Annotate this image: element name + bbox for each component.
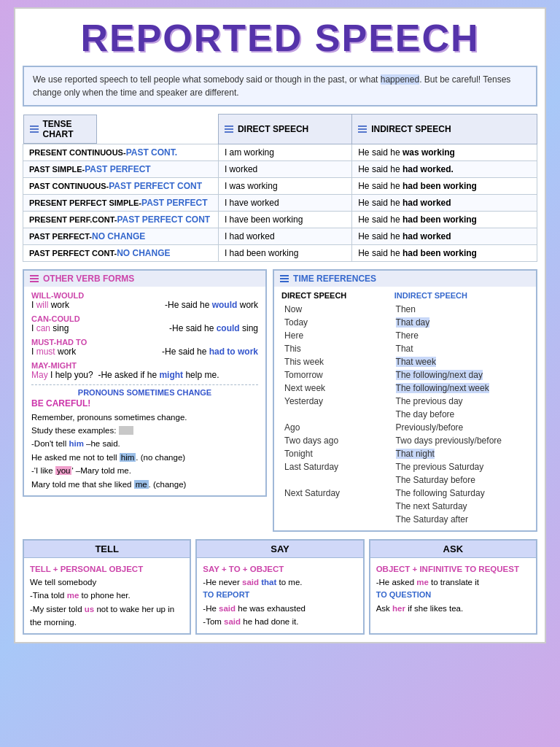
lines-icon-2: [225, 125, 233, 133]
intro-box: We use reported speech to tell people wh…: [23, 66, 537, 107]
tell-example2: -My sister told us not to wake her up in…: [30, 603, 184, 630]
may-might-example: May I help you? -He asked if he might he…: [31, 370, 258, 380]
bottom-row: TELL TELL + PERSONAL OBJECT We tell some…: [23, 539, 537, 635]
say-card: SAY SAY + TO + OBJECT -He never said tha…: [195, 539, 364, 635]
table-row: Next weekThe following/next week: [281, 382, 529, 395]
table-row: YesterdayThe previous day: [281, 395, 529, 408]
can-could-label: CAN-COULD: [31, 314, 258, 323]
ds-col-header: DIRECT SPEECH: [281, 291, 392, 300]
table-row: TodayThat day: [281, 316, 529, 329]
ask-example2: Ask her if she likes tea.: [376, 602, 530, 615]
table-row: PAST CONTINUOUS-PAST PERFECT CONT I was …: [23, 177, 537, 194]
say-header: SAY: [197, 541, 362, 558]
tell-content: TELL + PERSONAL OBJECT We tell somebody …: [24, 558, 190, 634]
can-could-group: CAN-COULD I can sing -He said he could s…: [31, 314, 258, 333]
must-had-to-label: MUST-HAD TO: [31, 338, 258, 347]
table-row: TonightThat night: [281, 447, 529, 460]
table-row: Two days agoTwo days previously/before: [281, 434, 529, 447]
say-content: SAY + TO + OBJECT -He never said that to…: [197, 558, 362, 633]
may-might-group: MAY-MIGHT May I help you? -He asked if h…: [31, 361, 258, 380]
indirect-speech-header: INDIRECT SPEECH: [371, 124, 451, 134]
ask-example1: -He asked me to translate it: [376, 576, 530, 589]
tell-line1: We tell somebody: [30, 576, 184, 589]
direct-speech-header: DIRECT SPEECH: [238, 124, 308, 134]
ask-subheader1: OBJECT + INFINITIVE TO REQUEST: [376, 562, 530, 576]
time-references-title: TIME REFERENCES: [293, 274, 376, 284]
other-verb-forms-header: OTHER VERB FORMS: [24, 271, 265, 287]
ask-card: ASK OBJECT + INFINITIVE TO REQUEST -He a…: [369, 539, 537, 635]
tense-table: TENSE CHART DIRECT SPEECH: [23, 114, 537, 262]
careful-line-2: Study these examples:: [31, 424, 258, 437]
table-row: The Saturday before: [281, 473, 529, 487]
lines-icon-3: [358, 125, 367, 133]
ask-header: ASK: [370, 541, 536, 558]
right-column: TIME REFERENCES DIRECT SPEECH INDIRECT S…: [273, 269, 537, 532]
table-row: PAST PERFECT-NO CHANGE I had worked He s…: [23, 228, 537, 244]
other-verb-forms-title: OTHER VERB FORMS: [43, 274, 134, 284]
will-would-label: WILL-WOULD: [31, 291, 258, 300]
say-subheader2: TO REPORT: [203, 589, 357, 602]
table-row: PRESENT PERFECT SIMPLE-PAST PERFECT I ha…: [23, 194, 537, 211]
careful-label: BE CAREFUL!: [31, 397, 258, 411]
table-row: The Saturday after: [281, 513, 529, 526]
must-had-to-example: I must work -He said he had to work: [31, 347, 258, 357]
will-would-example: I will work -He said he would work: [31, 300, 258, 310]
intro-text: We use reported speech to tell people wh…: [33, 74, 510, 98]
page-title: REPORTED SPEECH: [23, 16, 537, 60]
time-table: NowThen TodayThat day HereThere ThisThat…: [281, 303, 529, 526]
table-row: The day before: [281, 408, 529, 421]
ask-subheader2: TO QUESTION: [376, 589, 530, 602]
table-row: AgoPreviously/before: [281, 421, 529, 434]
can-could-example: I can sing -He said he could sing: [31, 323, 258, 333]
left-column: OTHER VERB FORMS WILL-WOULD I will work …: [23, 269, 267, 532]
table-row: Next SaturdayThe following Saturday: [281, 487, 529, 500]
will-would-group: WILL-WOULD I will work -He said he would…: [31, 291, 258, 310]
may-might-label: MAY-MIGHT: [31, 361, 258, 370]
lines-icon: [30, 125, 39, 133]
time-references-header: TIME REFERENCES: [274, 271, 536, 287]
table-row: PAST PERFECT CONT-NO CHANGE I had been w…: [23, 244, 537, 261]
other-verb-forms-box: OTHER VERB FORMS WILL-WOULD I will work …: [23, 269, 267, 498]
must-had-to-group: MUST-HAD TO I must work -He said he had …: [31, 338, 258, 357]
table-row: This weekThat week: [281, 355, 529, 368]
lines-icon-4: [30, 275, 39, 282]
table-row: Last SaturdayThe previous Saturday: [281, 460, 529, 473]
bottom-section: OTHER VERB FORMS WILL-WOULD I will work …: [23, 269, 537, 532]
tell-example1: -Tina told me to phone her.: [30, 589, 184, 602]
tell-header: TELL: [24, 541, 190, 558]
careful-line-6: Mary told me that she liked me. (change): [31, 478, 258, 491]
page: REPORTED SPEECH We use reported speech t…: [14, 7, 546, 643]
table-row: PRESENT PERF.CONT-PAST PERFECT CONT I ha…: [23, 211, 537, 228]
time-references-content: DIRECT SPEECH INDIRECT SPEECH NowThen To…: [274, 287, 536, 530]
say-subheader1: SAY + TO + OBJECT: [203, 562, 357, 576]
tense-chart-header: TENSE CHART: [43, 119, 91, 139]
tell-card: TELL TELL + PERSONAL OBJECT We tell some…: [23, 539, 191, 635]
table-row: TomorrowThe following/next day: [281, 368, 529, 382]
say-example3: -Tom said he had done it.: [203, 615, 357, 628]
ask-content: OBJECT + INFINITIVE TO REQUEST -He asked…: [370, 558, 536, 620]
careful-line-4: He asked me not to tell him. (no change): [31, 451, 258, 464]
table-row: HereThere: [281, 329, 529, 342]
time-references-box: TIME REFERENCES DIRECT SPEECH INDIRECT S…: [273, 269, 537, 532]
table-row: PAST SIMPLE-PAST PERFECT I worked He sai…: [23, 160, 537, 177]
table-row: The next Saturday: [281, 500, 529, 513]
is-col-header: INDIRECT SPEECH: [394, 291, 529, 300]
careful-line-3: -Don't tell him –he said.: [31, 437, 258, 450]
other-verb-forms-content: WILL-WOULD I will work -He said he would…: [24, 287, 265, 496]
table-row: ThisThat: [281, 342, 529, 355]
careful-box: BE CAREFUL! Remember, pronouns sometimes…: [31, 397, 258, 492]
table-row: NowThen: [281, 303, 529, 316]
table-row: PRESENT CONTINUOUS-PAST CONT. I am worki…: [23, 144, 537, 160]
lines-icon-5: [280, 275, 289, 282]
say-example1: -He never said that to me.: [203, 576, 357, 589]
time-column-headers: DIRECT SPEECH INDIRECT SPEECH: [281, 291, 529, 300]
careful-line-5: -'I like you' –Mary told me.: [31, 464, 258, 477]
careful-line-1: Remember, pronouns sometimes change.: [31, 411, 258, 424]
say-example2: -He said he was exhausted: [203, 602, 357, 615]
tell-subheader: TELL + PERSONAL OBJECT: [30, 562, 184, 576]
pronouns-header: PRONOUNS SOMETIMES CHANGE: [31, 384, 258, 397]
